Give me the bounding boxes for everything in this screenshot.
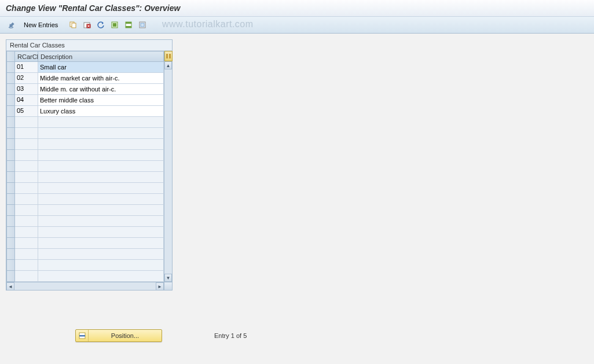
row-selector[interactable]	[7, 161, 15, 172]
svg-rect-14	[169, 54, 171, 58]
table-row	[7, 271, 164, 282]
table-row: 04	[7, 95, 164, 106]
description-input[interactable]	[38, 106, 163, 116]
code-cell[interactable]: 05	[15, 106, 38, 116]
row-selector[interactable]	[7, 194, 15, 205]
table-row	[7, 139, 164, 150]
svg-rect-16	[79, 335, 85, 337]
deselect-all-icon[interactable]	[136, 19, 149, 31]
select-block-icon[interactable]	[122, 19, 135, 31]
row-selector[interactable]	[7, 139, 15, 150]
toolbar: New Entries www.tutorialkart.com	[0, 17, 594, 34]
scroll-up-icon[interactable]: ▲	[164, 61, 172, 69]
table-row: 03	[7, 84, 164, 95]
description-input[interactable]	[38, 95, 163, 105]
row-selector[interactable]	[7, 117, 15, 128]
table-row	[7, 150, 164, 161]
toggle-icon[interactable]	[5, 19, 17, 31]
svg-rect-7	[113, 23, 116, 27]
vertical-scrollbar[interactable]: ▲ ▼	[164, 51, 172, 290]
horizontal-scrollbar[interactable]: ◄ ►	[6, 282, 164, 290]
position-button[interactable]: Position...	[75, 329, 162, 342]
row-selector[interactable]	[7, 227, 15, 238]
table-row: 05	[7, 106, 164, 117]
table-row	[7, 227, 164, 238]
row-selector[interactable]	[7, 172, 15, 183]
select-all-header[interactable]	[7, 52, 15, 62]
row-selector[interactable]	[7, 62, 15, 73]
svg-rect-10	[126, 26, 131, 28]
row-selector[interactable]	[7, 73, 15, 84]
row-selector[interactable]	[7, 260, 15, 271]
description-input[interactable]	[38, 62, 163, 72]
panel-title: Rental Car Classes	[6, 40, 172, 51]
scroll-right-icon[interactable]: ►	[156, 282, 164, 291]
description-input[interactable]	[38, 84, 163, 94]
description-input[interactable]	[38, 73, 163, 83]
svg-rect-9	[126, 22, 131, 24]
code-cell[interactable]: 03	[15, 84, 38, 94]
table-row	[7, 117, 164, 128]
content-area: Rental Car Classes RCarCl Description	[0, 34, 594, 296]
row-selector[interactable]	[7, 271, 15, 282]
table-row	[7, 128, 164, 139]
table-row	[7, 183, 164, 194]
row-selector[interactable]	[7, 128, 15, 139]
new-entries-button[interactable]: New Entries	[19, 20, 63, 30]
scroll-down-icon[interactable]: ▼	[164, 274, 172, 282]
row-selector[interactable]	[7, 238, 15, 249]
watermark: www.tutorialkart.com	[162, 19, 254, 30]
table-row	[7, 172, 164, 183]
table-row	[7, 194, 164, 205]
select-all-icon[interactable]	[108, 19, 121, 31]
table-row: 01	[7, 62, 164, 73]
entry-count-text: Entry 1 of 5	[214, 332, 247, 339]
position-icon	[76, 330, 89, 341]
row-selector[interactable]	[7, 205, 15, 216]
code-cell[interactable]: 04	[15, 95, 38, 105]
position-label: Position...	[89, 332, 162, 339]
row-selector[interactable]	[7, 95, 15, 106]
row-selector[interactable]	[7, 84, 15, 95]
column-header-desc[interactable]: Description	[38, 52, 164, 62]
table-row	[7, 161, 164, 172]
column-header-code[interactable]: RCarCl	[15, 52, 38, 62]
copy-icon[interactable]	[67, 19, 79, 31]
row-selector[interactable]	[7, 216, 15, 227]
data-grid: RCarCl Description 0102030405	[6, 51, 164, 282]
table-row	[7, 216, 164, 227]
table-row	[7, 238, 164, 249]
footer-bar: Position... Entry 1 of 5	[0, 325, 594, 347]
svg-rect-1	[72, 23, 76, 28]
row-selector[interactable]	[7, 249, 15, 260]
row-selector[interactable]	[7, 106, 15, 117]
row-selector[interactable]	[7, 150, 15, 161]
table-row	[7, 205, 164, 216]
configure-columns-icon[interactable]	[164, 51, 173, 61]
table-row	[7, 260, 164, 271]
undo-icon[interactable]	[94, 19, 107, 31]
code-cell[interactable]: 02	[15, 73, 38, 83]
row-selector[interactable]	[7, 183, 15, 194]
table-row	[7, 249, 164, 260]
svg-rect-13	[166, 54, 168, 58]
delete-icon[interactable]	[80, 19, 93, 31]
code-cell[interactable]: 01	[15, 62, 38, 72]
rental-car-panel: Rental Car Classes RCarCl Description	[6, 39, 173, 291]
page-title: Change View "Rental Car Classes": Overvi…	[0, 0, 594, 17]
svg-rect-12	[141, 23, 144, 27]
table-row: 02	[7, 73, 164, 84]
scroll-left-icon[interactable]: ◄	[6, 282, 14, 291]
